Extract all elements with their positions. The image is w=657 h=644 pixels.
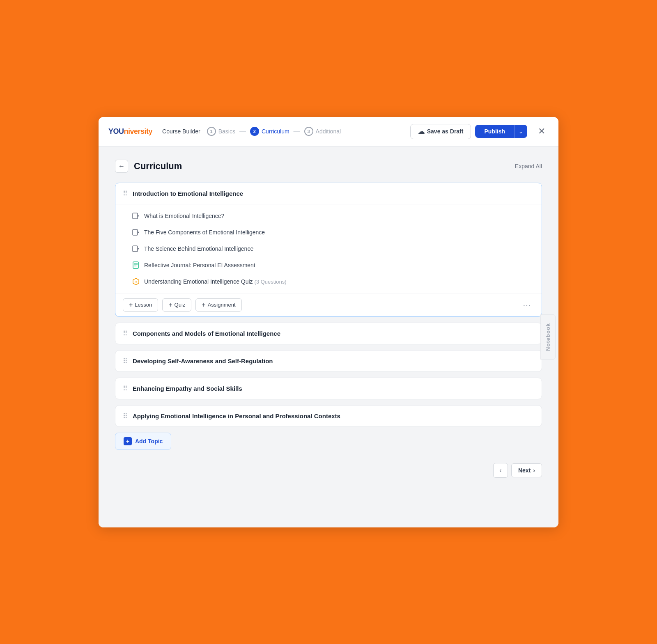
app-window: YOUniversity Course Builder 1 Basics — 2…: [99, 117, 558, 527]
drag-handle-2: ⠿: [123, 330, 128, 337]
close-button[interactable]: ✕: [535, 124, 549, 138]
drag-handle-4: ⠿: [123, 385, 128, 392]
svg-rect-0: [133, 213, 138, 219]
lesson-name-2: The Five Components of Emotional Intelli…: [144, 229, 532, 236]
topic-section-1: ⠿ Introduction to Emotional Intelligence…: [115, 183, 542, 317]
topic-name-5: Applying Emotional Intelligence in Perso…: [133, 413, 340, 419]
topics-list: ⠿ Introduction to Emotional Intelligence…: [115, 183, 542, 427]
add-topic-button[interactable]: + Add Topic: [115, 433, 171, 450]
topic-name-3: Developing Self-Awareness and Self-Regul…: [133, 358, 273, 364]
add-lesson-button[interactable]: + Lesson: [123, 298, 158, 312]
arrow-2: —: [294, 128, 300, 135]
svg-text:✦: ✦: [135, 280, 138, 284]
video-icon-2: [132, 228, 140, 236]
topic-header-5[interactable]: ⠿ Applying Emotional Intelligence in Per…: [115, 406, 542, 426]
arrow-1: —: [239, 128, 246, 135]
step-1-label: Basics: [218, 128, 235, 135]
logo-you: YOU: [108, 127, 124, 135]
logo: YOUniversity: [108, 127, 152, 136]
step-basics[interactable]: 1 Basics: [207, 127, 235, 136]
topic-header-2[interactable]: ⠿ Components and Models of Emotional Int…: [115, 323, 542, 344]
lesson-list-1: What is Emotional Intelligence? The Five…: [115, 204, 542, 293]
chevron-down-icon: ⌄: [519, 128, 523, 135]
notebook-sidebar: Notebook: [537, 147, 558, 527]
lesson-badge-5: (3 Questions): [255, 279, 287, 285]
video-icon-3: [132, 245, 140, 253]
more-icon: ⋯: [523, 300, 531, 309]
cloud-icon: ☁: [418, 128, 425, 135]
journal-icon: [132, 261, 140, 269]
page-title: Curriculum: [134, 161, 182, 172]
next-label: Next: [518, 467, 531, 474]
prev-icon: ‹: [499, 467, 501, 474]
logo-niversity: niversity: [124, 127, 153, 135]
publish-chevron-button[interactable]: ⌄: [514, 125, 527, 138]
lesson-name-1: What is Emotional Intelligence?: [144, 213, 532, 219]
topic-section-2: ⠿ Components and Models of Emotional Int…: [115, 323, 542, 344]
next-chevron-icon: ›: [533, 467, 535, 474]
add-quiz-label: Quiz: [175, 302, 186, 308]
notebook-tab[interactable]: Notebook: [540, 314, 556, 360]
lesson-name-4: Reflective Journal: Personal EI Assessme…: [144, 262, 532, 268]
prev-button[interactable]: ‹: [493, 463, 508, 478]
add-topic-label: Add Topic: [135, 438, 163, 445]
course-builder-label: Course Builder: [162, 128, 200, 135]
header-actions: ☁ Save as Draft Publish ⌄ ✕: [410, 124, 549, 139]
topic-section-4: ⠿ Enhancing Empathy and Social Skills: [115, 378, 542, 399]
lesson-name-5: Understanding Emotional Intelligence Qui…: [144, 278, 532, 285]
topic-name-1: Introduction to Emotional Intelligence: [133, 190, 243, 197]
svg-rect-1: [133, 229, 138, 235]
plus-icon-3: +: [202, 301, 205, 309]
back-button[interactable]: ←: [115, 160, 128, 173]
lesson-item-2: The Five Components of Emotional Intelli…: [115, 224, 542, 241]
add-assignment-label: Assignment: [208, 302, 236, 308]
add-buttons-row-1: + Lesson + Quiz + Assignment ⋯: [115, 293, 542, 316]
step-1-circle: 1: [207, 127, 216, 136]
svg-rect-2: [133, 246, 138, 252]
topic-header-1[interactable]: ⠿ Introduction to Emotional Intelligence: [115, 183, 542, 204]
quiz-icon: ✦: [132, 277, 140, 286]
svg-rect-3: [133, 262, 138, 268]
save-draft-button[interactable]: ☁ Save as Draft: [410, 124, 471, 139]
step-2-label: Curriculum: [262, 128, 289, 135]
video-icon-1: [132, 212, 140, 220]
step-additional[interactable]: 3 Additional: [304, 127, 341, 136]
lesson-item-4: Reflective Journal: Personal EI Assessme…: [115, 257, 542, 273]
topic-name-2: Components and Models of Emotional Intel…: [133, 330, 280, 337]
add-topic-icon: +: [124, 437, 132, 445]
header: YOUniversity Course Builder 1 Basics — 2…: [99, 117, 558, 147]
more-options-button[interactable]: ⋯: [519, 299, 534, 311]
nav-footer: ‹ Next ›: [115, 463, 542, 478]
step-3-circle: 3: [304, 127, 313, 136]
breadcrumb: Course Builder 1 Basics — 2 Curriculum —…: [162, 127, 404, 136]
back-icon: ←: [118, 163, 125, 170]
step-3-label: Additional: [316, 128, 341, 135]
curriculum-header: ← Curriculum Expand All: [115, 160, 542, 173]
topic-name-4: Enhancing Empathy and Social Skills: [133, 385, 242, 392]
add-lesson-label: Lesson: [135, 302, 152, 308]
topic-header-3[interactable]: ⠿ Developing Self-Awareness and Self-Reg…: [115, 351, 542, 371]
add-quiz-button[interactable]: + Quiz: [162, 298, 191, 312]
drag-handle-1: ⠿: [123, 190, 128, 197]
topic-header-4[interactable]: ⠿ Enhancing Empathy and Social Skills: [115, 378, 542, 399]
drag-handle-5: ⠿: [123, 412, 128, 420]
main-content: ← Curriculum Expand All ⠿ Introduction t…: [99, 147, 558, 527]
plus-icon: +: [129, 301, 133, 309]
step-curriculum[interactable]: 2 Curriculum: [250, 127, 289, 136]
publish-button[interactable]: Publish: [475, 125, 514, 138]
lesson-item-3: The Science Behind Emotional Intelligenc…: [115, 241, 542, 257]
drag-handle-3: ⠿: [123, 357, 128, 365]
add-assignment-button[interactable]: + Assignment: [195, 298, 241, 312]
topic-section-3: ⠿ Developing Self-Awareness and Self-Reg…: [115, 350, 542, 372]
lesson-name-3: The Science Behind Emotional Intelligenc…: [144, 245, 532, 252]
plus-icon-2: +: [168, 301, 172, 309]
publish-group: Publish ⌄: [475, 125, 527, 138]
step-2-circle: 2: [250, 127, 259, 136]
lesson-item-1: What is Emotional Intelligence?: [115, 208, 542, 224]
topic-section-5: ⠿ Applying Emotional Intelligence in Per…: [115, 405, 542, 427]
save-draft-label: Save as Draft: [427, 128, 464, 135]
lesson-item-5: ✦ Understanding Emotional Intelligence Q…: [115, 273, 542, 290]
